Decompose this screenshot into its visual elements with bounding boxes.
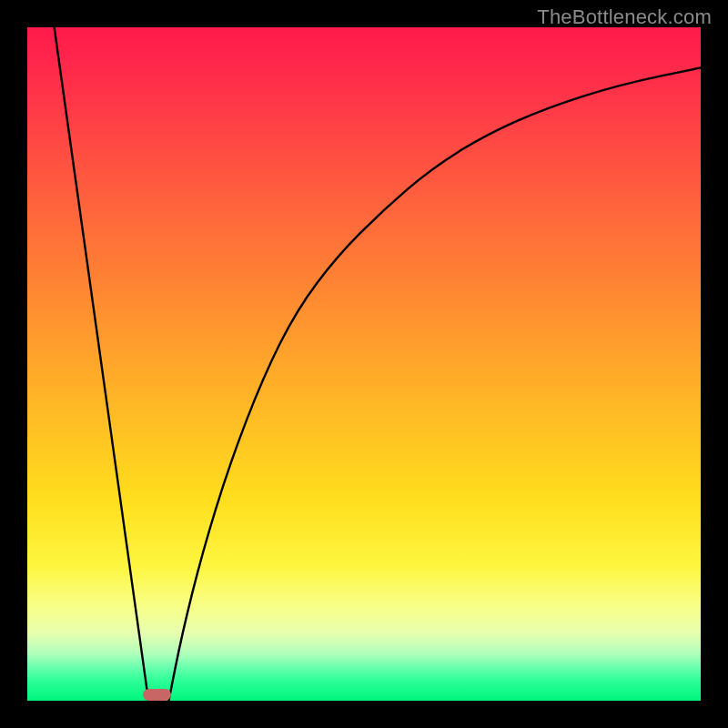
watermark-text: TheBottleneck.com xyxy=(537,5,712,29)
bottleneck-curve xyxy=(27,27,701,701)
plot-area xyxy=(27,27,701,701)
chart-frame: TheBottleneck.com xyxy=(0,0,728,728)
optimal-marker xyxy=(143,689,171,701)
